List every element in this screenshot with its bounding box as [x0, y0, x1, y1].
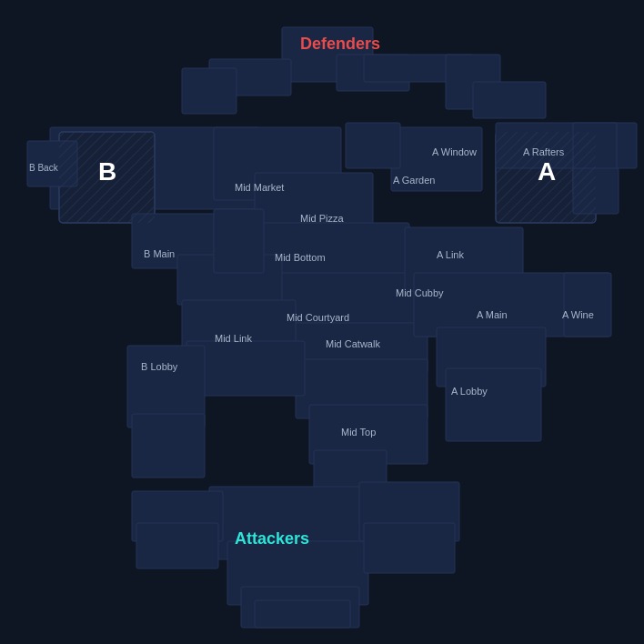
svg-rect-5 [473, 82, 546, 118]
svg-rect-25 [132, 414, 205, 478]
svg-rect-49 [59, 132, 155, 223]
svg-rect-36 [446, 368, 541, 441]
svg-rect-7 [182, 68, 236, 114]
svg-rect-45 [214, 209, 264, 273]
svg-rect-50 [496, 132, 596, 223]
svg-rect-40 [255, 600, 350, 628]
svg-rect-42 [136, 523, 218, 569]
map-container: Defenders Attackers B Back B B Main B Lo… [0, 0, 644, 644]
svg-rect-44 [364, 523, 455, 573]
map-svg [0, 0, 644, 644]
svg-rect-26 [391, 127, 482, 191]
svg-rect-46 [346, 123, 400, 168]
svg-rect-14 [255, 173, 373, 227]
svg-rect-34 [564, 273, 611, 337]
